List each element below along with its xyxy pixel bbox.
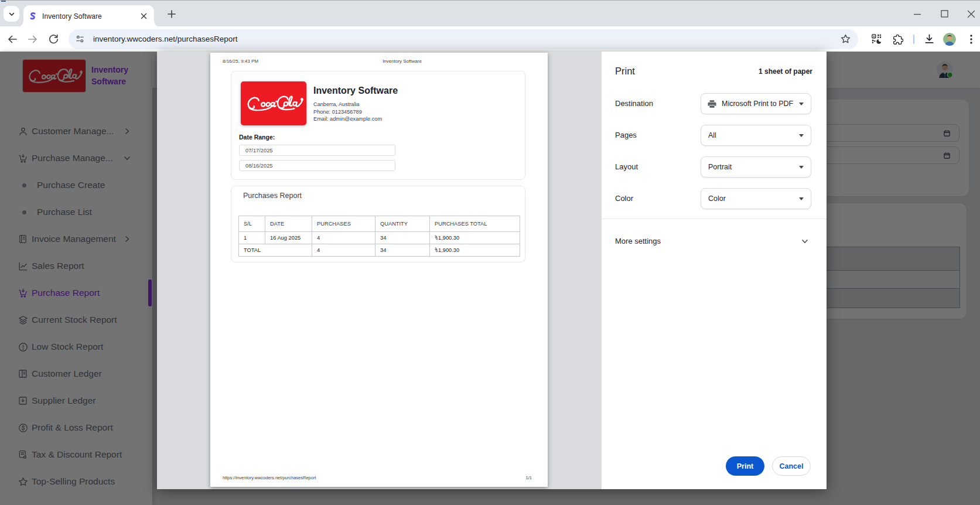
tab-search-button[interactable] <box>4 6 19 22</box>
col-purchases: PURCHASES <box>312 216 375 232</box>
browser-tab[interactable]: Inventory Software <box>23 5 154 27</box>
three-dots-icon <box>970 35 972 44</box>
pages-select[interactable]: All <box>701 125 811 146</box>
purchases-table: S/L DATE PURCHASES QUANTITY PURCHASES TO… <box>238 216 520 257</box>
chevron-down-icon <box>8 11 15 18</box>
print-button[interactable]: Print <box>726 456 764 476</box>
print-footer-url: https://inventory.wwcoders.net/purchases… <box>223 475 316 480</box>
pages-value: All <box>708 131 716 139</box>
date-range-label: Date Range: <box>239 134 275 141</box>
close-icon <box>141 13 147 19</box>
print-preview-pane: 8/16/25, 9:43 PM Inventory Software Inve… <box>157 52 602 489</box>
cancel-button[interactable]: Cancel <box>772 456 811 476</box>
destination-value: Microsoft Print to PDF <box>722 100 793 108</box>
table-row: 1 16 Aug 2025 4 34 1,900.30 <box>239 232 520 244</box>
dropdown-caret-icon <box>799 197 804 200</box>
company-email: Email: admin@example.com <box>313 116 382 122</box>
dropdown-caret-icon <box>799 166 804 169</box>
plus-icon <box>168 10 176 18</box>
address-bar[interactable]: inventory.wwcoders.net/purchasesReport <box>69 29 858 49</box>
pages-label: Pages <box>615 131 637 139</box>
minimize-icon <box>913 10 921 18</box>
close-icon <box>967 10 975 18</box>
maximize-icon <box>941 10 948 18</box>
layout-select[interactable]: Portrait <box>701 156 811 178</box>
date-to-value: 08/16/2025 <box>239 160 395 171</box>
destination-select[interactable]: Microsoft Print to PDF <box>701 93 811 114</box>
color-label: Color <box>615 194 633 203</box>
url-text[interactable]: inventory.wwcoders.net/purchasesReport <box>93 35 238 43</box>
site-info-icon[interactable] <box>75 34 85 44</box>
report-title: Purchases Report <box>243 192 302 200</box>
settings-divider <box>602 219 827 219</box>
puzzle-icon <box>892 33 903 45</box>
browser-profile-avatar[interactable] <box>943 33 956 46</box>
toolbar-divider <box>913 35 914 44</box>
extensions-button[interactable] <box>887 29 907 49</box>
site-favicon <box>29 12 36 21</box>
col-purchases-total: PURCHASES TOTAL <box>430 216 520 232</box>
window-minimize-button[interactable] <box>904 1 931 27</box>
tab-title: Inventory Software <box>42 12 102 21</box>
date-from-value: 07/17/2025 <box>239 145 395 156</box>
printer-icon <box>707 99 717 109</box>
sheet-count: 1 sheet of paper <box>759 67 812 76</box>
col-quantity: QUANTITY <box>375 216 430 232</box>
color-select[interactable]: Color <box>701 188 811 209</box>
browser-toolbar: inventory.wwcoders.net/purchasesReport <box>0 26 980 52</box>
bookmark-star-icon[interactable] <box>840 33 851 45</box>
print-settings-pane: Print 1 sheet of paper Destination Micro… <box>602 52 827 489</box>
reload-icon <box>48 33 59 45</box>
print-dialog: 8/16/25, 9:43 PM Inventory Software Inve… <box>157 52 827 489</box>
color-value: Color <box>708 195 726 203</box>
print-footer-page: 1/1 <box>526 475 532 480</box>
window-edge-artifact <box>1 1 6 2</box>
destination-label: Destination <box>615 99 653 108</box>
chevron-down-icon[interactable] <box>801 238 808 245</box>
reload-button[interactable] <box>43 29 63 49</box>
company-name: Inventory Software <box>313 86 398 96</box>
col-date: DATE <box>265 216 312 232</box>
print-header-title: Inventory Software <box>363 59 442 64</box>
company-phone: Phone: 0123456789 <box>313 109 362 115</box>
downloads-button[interactable] <box>919 29 939 49</box>
company-info-card: Inventory Software Canberra, Australia P… <box>231 71 525 180</box>
page-viewport: Inventory Software Customer Manage... Pu… <box>0 52 980 505</box>
layout-label: Layout <box>615 162 638 171</box>
tab-close-button[interactable] <box>139 12 148 21</box>
qr-code-icon <box>872 34 882 44</box>
dropdown-caret-icon <box>799 134 804 137</box>
browser-tab-strip: Inventory Software <box>0 0 980 26</box>
more-settings-button[interactable]: More settings <box>615 237 661 245</box>
dropdown-caret-icon <box>799 103 804 105</box>
layout-value: Portrait <box>708 163 732 171</box>
window-close-button[interactable] <box>958 1 980 27</box>
company-address: Canberra, Australia <box>313 101 360 107</box>
print-preview-page: 8/16/25, 9:43 PM Inventory Software Inve… <box>210 53 548 487</box>
window-controls <box>904 1 980 27</box>
download-icon <box>924 33 935 45</box>
forward-button[interactable] <box>23 29 43 49</box>
print-header-date: 8/16/25, 9:43 PM <box>223 59 258 64</box>
purchases-report-card: Purchases Report S/L DATE PURCHASES QUAN… <box>231 186 525 262</box>
forward-arrow-icon <box>27 33 39 45</box>
profile-photo-icon <box>943 33 956 46</box>
table-header-row: S/L DATE PURCHASES QUANTITY PURCHASES TO… <box>239 216 520 232</box>
back-button[interactable] <box>2 29 22 49</box>
print-dialog-title: Print <box>615 66 635 77</box>
coca-cola-logo <box>241 81 306 125</box>
window-maximize-button[interactable] <box>931 1 958 27</box>
back-arrow-icon <box>6 33 18 45</box>
col-sl: S/L <box>239 216 265 232</box>
qr-extension-button[interactable] <box>866 29 886 49</box>
table-total-row: TOTAL 4 34 1,900.30 <box>239 244 520 257</box>
browser-menu-button[interactable] <box>962 29 980 49</box>
new-tab-button[interactable] <box>163 6 179 22</box>
